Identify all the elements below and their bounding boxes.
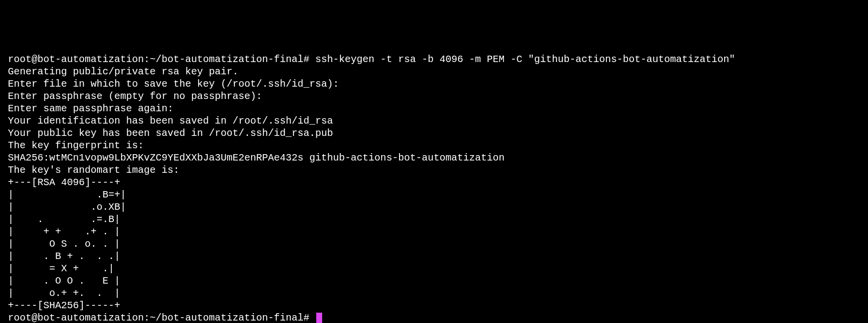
terminal-prompt-line[interactable]: root@bot-automatization:~/bot-automatiza… bbox=[8, 312, 860, 323]
terminal-line: +----[SHA256]-----+ bbox=[8, 299, 860, 312]
terminal-line: Generating public/private rsa key pair. bbox=[8, 65, 860, 78]
terminal-line: SHA256:wtMCn1vopw9LbXPKvZC9YEdXXbJa3UmE2… bbox=[8, 152, 860, 164]
terminal-line: | . .=.B| bbox=[8, 213, 860, 226]
terminal-line: | + + .+ . | bbox=[8, 226, 860, 238]
terminal-line: The key's randomart image is: bbox=[8, 164, 860, 176]
terminal-line: Your identification has been saved in /r… bbox=[8, 115, 860, 127]
terminal-line: | . B + . . .| bbox=[8, 250, 860, 262]
terminal-line: | .B=+| bbox=[8, 189, 860, 201]
terminal-prompt: root@bot-automatization:~/bot-automatiza… bbox=[8, 312, 315, 323]
terminal-line: Enter passphrase (empty for no passphras… bbox=[8, 90, 860, 102]
terminal-output: root@bot-automatization:~/bot-automatiza… bbox=[8, 53, 860, 323]
terminal-line: | O S . o. . | bbox=[8, 238, 860, 250]
terminal-line: | .o.XB| bbox=[8, 201, 860, 213]
terminal-line: Enter same passphrase again: bbox=[8, 102, 860, 115]
terminal-line: Enter file in which to save the key (/ro… bbox=[8, 78, 860, 90]
terminal-line: The key fingerprint is: bbox=[8, 139, 860, 152]
terminal-line: +---[RSA 4096]----+ bbox=[8, 176, 860, 189]
terminal-line: | = X + .| bbox=[8, 262, 860, 275]
terminal-line: | o.+ +. . | bbox=[8, 287, 860, 299]
terminal-line: | . O O . E | bbox=[8, 275, 860, 287]
terminal-line: root@bot-automatization:~/bot-automatiza… bbox=[8, 53, 860, 65]
cursor-icon bbox=[316, 313, 322, 323]
terminal-line: Your public key has been saved in /root/… bbox=[8, 127, 860, 139]
